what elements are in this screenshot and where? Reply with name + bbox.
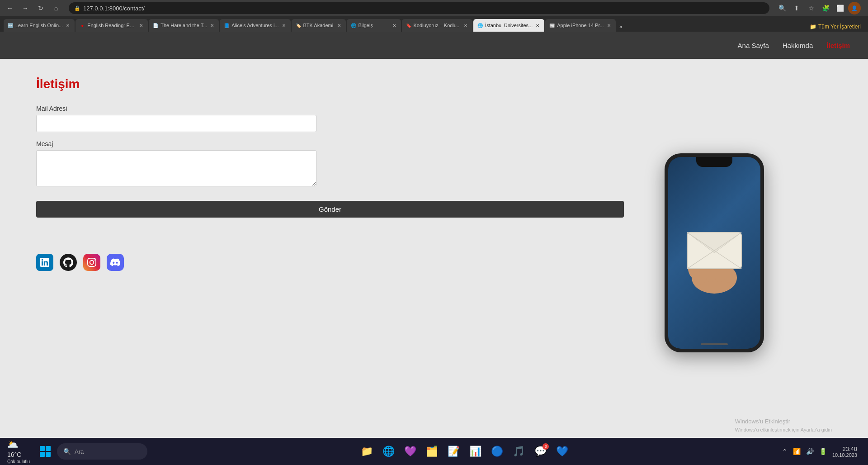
tab-close-5[interactable]: ✕: [336, 22, 342, 28]
taskbar-teams[interactable]: 💜: [401, 442, 420, 460]
wifi-icon[interactable]: 📶: [793, 448, 801, 455]
linkedin-icon[interactable]: [36, 254, 53, 271]
time-value: 23:48: [842, 446, 857, 452]
tab-close-9[interactable]: ✕: [606, 22, 612, 28]
taskbar-search[interactable]: 🔍 Ara: [57, 443, 147, 460]
tab-istanbul[interactable]: 🌐 İstanbul Üniversites... ✕: [473, 19, 544, 32]
watermark-line1: Windows'u Etkinleştir: [735, 417, 832, 426]
address-bar[interactable]: 🔒 127.0.0.1:8000/contact/: [69, 2, 769, 14]
split-button[interactable]: ⬜: [834, 2, 846, 14]
forward-button[interactable]: →: [19, 2, 32, 14]
tab-favicon-6: 🌐: [350, 22, 357, 28]
tab-label-1: Learn English Onlin...: [15, 23, 63, 28]
social-section: [36, 254, 624, 271]
taskbar-vscode[interactable]: 💙: [553, 442, 571, 460]
website: Ana Sayfa Hakkımda İletişim İletişim Mai…: [0, 32, 868, 438]
tab-favicon-8: 🌐: [477, 22, 483, 28]
word-icon: 📝: [448, 446, 460, 457]
phone-notch: [696, 157, 732, 167]
phone-mockup: [665, 153, 764, 352]
home-button[interactable]: ⌂: [50, 2, 62, 14]
powerpoint-icon: 📊: [469, 446, 481, 457]
bookmark-button[interactable]: ☆: [805, 2, 817, 14]
edge-icon: 🌐: [382, 446, 395, 457]
taskbar-chrome[interactable]: 🔵: [488, 442, 506, 460]
taskbar-folder[interactable]: 🗂️: [423, 442, 441, 460]
contact-title: İletişim: [36, 77, 624, 91]
arrow-up-icon[interactable]: ⌃: [782, 448, 788, 455]
tab-close-4[interactable]: ✕: [281, 22, 287, 28]
mail-input[interactable]: [36, 115, 316, 132]
tab-favicon-5: 🏷️: [295, 22, 302, 28]
share-button[interactable]: ⬆: [790, 2, 803, 14]
taskbar-file-explorer[interactable]: 📁: [358, 442, 376, 460]
message-form-group: Mesaj: [36, 140, 624, 188]
browser-toolbar: ← → ↻ ⌂ 🔒 127.0.0.1:8000/contact/ 🔍 ⬆ ☆ …: [0, 0, 868, 16]
folder-icon: 📁: [810, 24, 816, 30]
tab-close-8[interactable]: ✕: [534, 22, 541, 28]
tab-favicon-3: 📄: [152, 22, 159, 28]
weather-desc: Çok bulutlu: [7, 459, 30, 464]
discord-icon[interactable]: [107, 254, 124, 271]
contact-section: İletişim Mail Adresi Mesaj Gönder: [36, 77, 624, 420]
taskbar-whatsapp[interactable]: 💬 3: [532, 442, 550, 460]
tab-label-3: The Hare and the T...: [160, 23, 207, 28]
tab-btk[interactable]: 🏷️ BTK Akademi ✕: [292, 19, 346, 32]
battery-icon[interactable]: 🔋: [819, 448, 827, 455]
taskbar-time[interactable]: 23:48 10.10.2023: [832, 446, 857, 458]
extensions-button[interactable]: 🧩: [819, 2, 832, 14]
tab-favicon-9: 📰: [549, 22, 555, 28]
tab-kodluyoruz[interactable]: 🔖 Kodluyoruz – Kodlu... ✕: [402, 19, 473, 32]
taskbar-edge[interactable]: 🌐: [380, 442, 398, 460]
site-nav: Ana Sayfa Hakkımda İletişim: [0, 32, 868, 59]
spotify-icon: 🎵: [513, 446, 525, 457]
taskbar-right: ⌃ 📶 🔊 🔋 23:48 10.10.2023: [782, 446, 861, 458]
tab-close-6[interactable]: ✕: [391, 22, 397, 28]
tab-close-1[interactable]: ✕: [65, 22, 71, 28]
phone-area: [651, 77, 778, 420]
tab-label-4: Alice's Adventures i...: [231, 23, 278, 28]
taskbar-word[interactable]: 📝: [445, 442, 463, 460]
tab-learn-english[interactable]: 🔤 Learn English Onlin... ✕: [4, 19, 75, 32]
tab-close-2[interactable]: ✕: [138, 22, 144, 28]
bookmarks-folder-label: Tüm Yer İşaretleri: [818, 24, 861, 30]
github-icon[interactable]: [60, 254, 77, 271]
profile-avatar[interactable]: 👤: [848, 2, 861, 14]
submit-button[interactable]: Gönder: [36, 201, 624, 218]
start-button[interactable]: [37, 443, 53, 460]
tab-hare[interactable]: 📄 The Hare and the T... ✕: [149, 19, 219, 32]
taskbar-spotify[interactable]: 🎵: [510, 442, 528, 460]
win-logo-cell-1: [40, 446, 45, 451]
message-textarea[interactable]: [36, 150, 316, 186]
tabs-more-button[interactable]: »: [617, 22, 625, 32]
tab-english-reading[interactable]: ● English Reading: En... ✕: [75, 19, 148, 32]
tab-apple[interactable]: 📰 Apple iPhone 14 Pr... ✕: [545, 19, 615, 32]
search-button[interactable]: 🔍: [776, 2, 788, 14]
search-icon: 🔍: [63, 448, 71, 455]
volume-icon[interactable]: 🔊: [806, 448, 814, 455]
weather-icon: 🌥️: [7, 439, 19, 450]
vscode-icon: 💙: [556, 446, 568, 457]
watermark-line2: Windows'u etkinleştirmek için Ayarlar'a …: [735, 426, 832, 434]
tab-close-3[interactable]: ✕: [209, 22, 215, 28]
taskbar-powerpoint[interactable]: 📊: [467, 442, 485, 460]
tab-close-7[interactable]: ✕: [462, 22, 469, 28]
reload-button[interactable]: ↻: [34, 2, 47, 14]
teams-icon: 💜: [404, 446, 416, 457]
instagram-icon[interactable]: [83, 254, 100, 271]
date-value: 10.10.2023: [832, 452, 857, 458]
folder-icon-tb: 🗂️: [426, 446, 438, 457]
tab-favicon-4: 📘: [223, 22, 230, 28]
tab-bilgels[interactable]: 🌐 Bilgelş ✕: [347, 19, 401, 32]
tab-favicon-2: ●: [79, 22, 85, 28]
back-button[interactable]: ←: [4, 2, 16, 14]
nav-ana-sayfa[interactable]: Ana Sayfa: [738, 42, 769, 49]
taskbar-apps: 📁 🌐 💜 🗂️ 📝 📊 🔵 🎵 💬 3 💙: [147, 442, 782, 460]
nav-iletisim[interactable]: İletişim: [826, 42, 850, 49]
win-logo-cell-4: [46, 452, 51, 457]
mail-form-group: Mail Adresi: [36, 105, 624, 132]
nav-hakkimda[interactable]: Hakkımda: [783, 42, 813, 49]
bookmarks-folder[interactable]: 📁 Tüm Yer İşaretleri: [806, 24, 864, 32]
search-text: Ara: [75, 448, 84, 455]
tab-alice[interactable]: 📘 Alice's Adventures i... ✕: [220, 19, 290, 32]
